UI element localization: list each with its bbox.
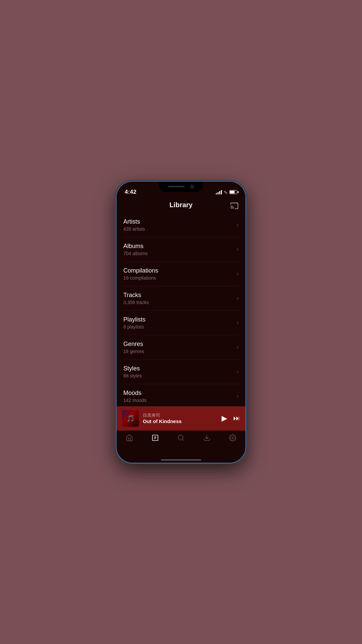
home-indicator <box>117 458 245 463</box>
cast-icon[interactable] <box>230 201 239 208</box>
list-item-text-artists: Artists 435 artists <box>123 218 145 232</box>
tab-item-download[interactable] <box>194 434 220 444</box>
chevron-right-icon: › <box>237 270 239 277</box>
now-playing-artist: 目黒将司 <box>143 412 218 418</box>
list-item-text-genres: Genres 16 genres <box>123 341 144 354</box>
tab-icon-search <box>177 434 185 444</box>
now-playing-bar[interactable]: 目黒将司 Out of Kindness ▶ ⏭ <box>117 406 245 430</box>
list-item-title-artists: Artists <box>123 218 145 225</box>
list-item-text-playlists: Playlists 8 playlists <box>123 316 145 330</box>
svg-point-6 <box>232 437 234 439</box>
list-item-albums[interactable]: Albums 704 albums › <box>123 237 239 262</box>
list-item-subtitle-genres: 16 genres <box>123 349 144 354</box>
chevron-right-icon: › <box>237 319 239 326</box>
now-playing-controls: ▶ ⏭ <box>222 414 240 423</box>
chevron-right-icon: › <box>237 344 239 351</box>
status-icons: ∿ <box>216 189 237 195</box>
phone-screen: 4:42 ∿ Library <box>117 182 245 463</box>
tab-bar <box>117 430 245 458</box>
page-header: Library <box>117 198 245 213</box>
list-item-text-tracks: Tracks 3,356 tracks <box>123 292 149 305</box>
library-list: Artists 435 artists › Albums 704 albums … <box>117 213 245 406</box>
list-item-artists[interactable]: Artists 435 artists › <box>123 213 239 237</box>
bottom-area <box>117 430 245 463</box>
now-playing-title: Out of Kindness <box>143 418 218 424</box>
chevron-right-icon: › <box>237 221 239 228</box>
list-item-moods[interactable]: Moods 142 moods › <box>123 384 239 406</box>
list-item-tracks[interactable]: Tracks 3,356 tracks › <box>123 286 239 311</box>
list-item-title-styles: Styles <box>123 365 142 372</box>
list-item-subtitle-moods: 142 moods <box>123 398 146 403</box>
list-item-compilations[interactable]: Compilations 19 compilations › <box>123 262 239 286</box>
list-item-title-albums: Albums <box>123 243 147 250</box>
list-item-subtitle-playlists: 8 playlists <box>123 324 145 330</box>
album-art <box>122 410 139 427</box>
list-item-title-playlists: Playlists <box>123 316 145 323</box>
list-item-subtitle-albums: 704 albums <box>123 251 147 256</box>
tab-icon-library <box>152 434 159 444</box>
skip-button[interactable]: ⏭ <box>233 414 240 422</box>
status-bar: 4:42 ∿ <box>117 182 245 198</box>
svg-point-3 <box>178 435 183 440</box>
album-art-image <box>122 410 139 427</box>
tab-icon-download <box>203 434 210 444</box>
chevron-right-icon: › <box>237 368 239 375</box>
signal-icon <box>216 190 222 194</box>
svg-line-4 <box>182 439 184 441</box>
list-item-title-genres: Genres <box>123 341 144 348</box>
tab-item-settings[interactable] <box>220 434 245 444</box>
status-time: 4:42 <box>125 189 136 195</box>
list-item-text-styles: Styles 88 styles <box>123 365 142 378</box>
battery-fill <box>230 191 235 193</box>
tab-item-home[interactable] <box>117 434 142 444</box>
now-playing-info: 目黒将司 Out of Kindness <box>143 412 218 424</box>
list-item-title-moods: Moods <box>123 390 146 397</box>
battery-icon <box>229 190 237 194</box>
list-item-playlists[interactable]: Playlists 8 playlists › <box>123 311 239 335</box>
list-item-text-albums: Albums 704 albums <box>123 243 147 256</box>
list-item-subtitle-artists: 435 artists <box>123 226 145 232</box>
chevron-right-icon: › <box>237 246 239 253</box>
notch <box>159 182 203 192</box>
chevron-right-icon: › <box>237 393 239 400</box>
list-item-subtitle-compilations: 19 compilations <box>123 275 158 281</box>
tab-icon-home <box>126 434 133 444</box>
notch-camera <box>190 185 194 189</box>
list-item-subtitle-styles: 88 styles <box>123 373 142 378</box>
page-title: Library <box>169 201 192 209</box>
notch-speaker <box>168 186 185 187</box>
list-item-genres[interactable]: Genres 16 genres › <box>123 335 239 360</box>
wifi-icon: ∿ <box>224 189 228 195</box>
tab-item-search[interactable] <box>168 434 194 444</box>
home-bar <box>161 459 201 461</box>
list-item-subtitle-tracks: 3,356 tracks <box>123 300 149 305</box>
play-button[interactable]: ▶ <box>222 414 227 423</box>
phone-frame: 4:42 ∿ Library <box>116 181 246 464</box>
list-item-text-moods: Moods 142 moods <box>123 390 146 403</box>
tab-icon-settings <box>229 434 236 444</box>
list-item-title-compilations: Compilations <box>123 267 158 274</box>
chevron-right-icon: › <box>237 295 239 302</box>
list-item-title-tracks: Tracks <box>123 292 149 299</box>
list-item-text-compilations: Compilations 19 compilations <box>123 267 158 281</box>
tab-item-library[interactable] <box>142 434 168 444</box>
list-item-styles[interactable]: Styles 88 styles › <box>123 360 239 384</box>
